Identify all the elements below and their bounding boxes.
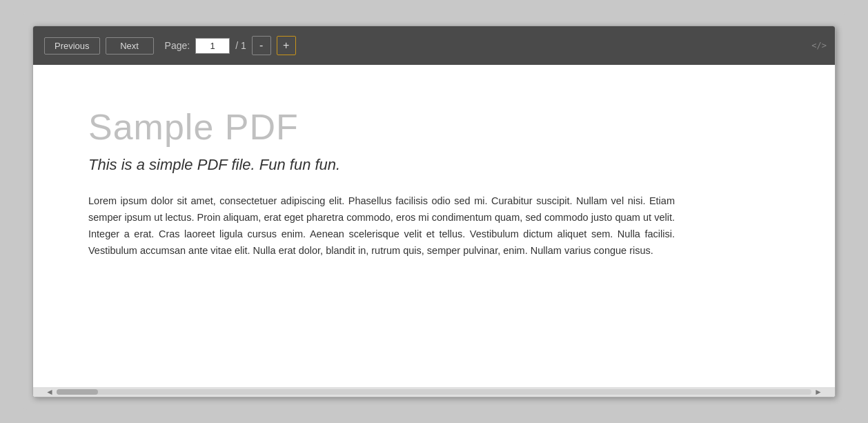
pdf-subtitle: This is a simple PDF file. Fun fun fun. — [88, 156, 780, 174]
previous-button[interactable]: Previous — [44, 37, 100, 55]
scroll-left-arrow[interactable]: ◄ — [43, 387, 57, 397]
horizontal-scrollbar[interactable]: ◄ ► — [33, 387, 835, 397]
viewer-container: Previous Next Page: / 1 - + </> Sample P… — [20, 13, 848, 410]
scroll-right-arrow[interactable]: ► — [811, 387, 825, 397]
page-label: Page: — [165, 40, 190, 51]
next-button[interactable]: Next — [106, 37, 154, 55]
pdf-content: Sample PDF This is a simple PDF file. Fu… — [33, 65, 835, 387]
pdf-body: Lorem ipsum dolor sit amet, consectetuer… — [88, 193, 675, 259]
pdf-title: Sample PDF — [88, 106, 780, 148]
zoom-out-button[interactable]: - — [252, 36, 271, 55]
toolbar: Previous Next Page: / 1 - + </> — [33, 26, 835, 65]
page-total: / 1 — [235, 40, 246, 51]
scrollbar-thumb[interactable] — [57, 389, 98, 395]
scrollbar-track[interactable] — [57, 389, 811, 395]
code-icon: </> — [811, 41, 827, 50]
viewer-inner: Previous Next Page: / 1 - + </> Sample P… — [32, 26, 836, 397]
zoom-in-button[interactable]: + — [277, 36, 296, 55]
page-input[interactable] — [195, 38, 230, 54]
